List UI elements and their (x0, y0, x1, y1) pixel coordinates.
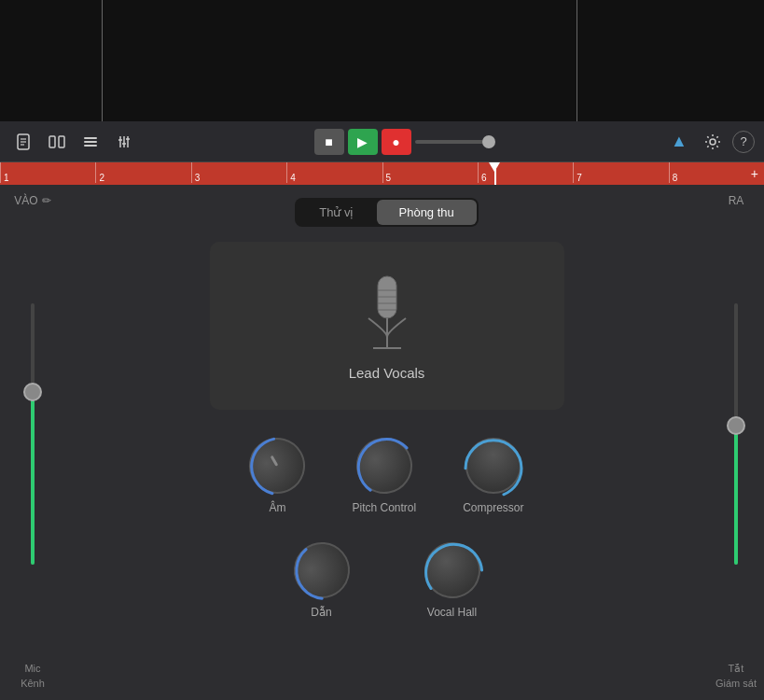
timeline-ruler[interactable]: 1 2 3 4 5 6 7 8 + (0, 162, 764, 185)
right-toolbar: ▲ ? (665, 129, 755, 155)
ruler-mark-4: 4 (286, 162, 382, 183)
tab-thu-vi[interactable]: Thử vị (297, 200, 376, 225)
loop-button[interactable] (43, 129, 71, 155)
ruler-mark-8: 8 (669, 162, 764, 183)
volume-slider[interactable] (415, 140, 490, 144)
giamsat-label: Giám sát (715, 677, 757, 691)
svg-rect-7 (84, 141, 97, 143)
ruler-plus-button[interactable]: + (751, 166, 758, 181)
record-button[interactable]: ● (382, 129, 411, 155)
new-file-button[interactable] (9, 129, 37, 155)
ruler-mark-2: 2 (95, 162, 190, 183)
knob-vocalhall[interactable] (420, 538, 485, 603)
tracks-list-button[interactable] (76, 129, 104, 155)
right-panel: RA Tắt Giám sát (708, 185, 764, 700)
knob-am-arc (234, 421, 326, 512)
help-button[interactable]: ? (732, 131, 755, 153)
record-icon: ● (392, 134, 399, 149)
play-icon: ▶ (357, 134, 368, 149)
svg-point-27 (414, 534, 492, 611)
knob-am-container: Âm (249, 438, 305, 514)
svg-point-24 (347, 428, 424, 506)
tab-phong-thu[interactable]: Phòng thu (377, 200, 477, 225)
ruler-mark-3: 3 (191, 162, 286, 183)
right-panel-bottom-label: Tắt Giám sát (715, 662, 757, 691)
knob-pitch-arc (347, 428, 424, 506)
ruler-marks: 1 2 3 4 5 6 7 8 (0, 162, 764, 185)
knob-dan[interactable] (282, 531, 361, 610)
right-fader-green (734, 421, 738, 565)
svg-rect-6 (84, 137, 97, 139)
input-label: VÀO ✏ (14, 194, 50, 207)
mic-label: Mic (21, 662, 45, 676)
svg-point-26 (294, 540, 354, 601)
microphone-icon (354, 272, 420, 365)
svg-point-15 (710, 139, 715, 145)
knob-compressor-container: Compressor (463, 438, 523, 514)
vert-line-left (102, 0, 103, 121)
stop-icon: ■ (325, 134, 332, 149)
left-fader-container (31, 213, 35, 654)
svg-rect-5 (59, 136, 64, 147)
vert-line-right (576, 0, 577, 121)
stop-button[interactable]: ■ (314, 129, 344, 155)
knob-vocalhall-container: Vocal Hall (424, 542, 480, 619)
ruler-mark-5: 5 (382, 162, 478, 183)
output-label: RA (729, 194, 744, 207)
ruler-mark-1: 1 (0, 162, 95, 183)
left-fader-green (31, 386, 35, 564)
toolbar: ■ ▶ ● ▲ ? (0, 121, 764, 162)
alert-button[interactable]: ▲ (665, 129, 693, 155)
settings-button[interactable] (699, 129, 727, 155)
knob-pitch-container: Pitch Control (352, 438, 416, 514)
knob-dan-container: Dẫn (294, 542, 350, 619)
left-fader-track[interactable] (31, 303, 35, 565)
right-fader-knob[interactable] (727, 416, 745, 435)
tat-label: Tắt (715, 662, 757, 676)
top-black-bar (0, 0, 764, 121)
knob-pitch[interactable] (352, 433, 417, 498)
knob-compressor[interactable] (453, 427, 533, 506)
svg-rect-4 (49, 136, 55, 147)
mic-pencil-icon: ✏ (42, 194, 51, 207)
output-label-text: RA (729, 194, 744, 207)
knobs-row-1: Âm Pitch Control Compressor (249, 438, 523, 514)
knob-vocalhall-arc (414, 534, 492, 611)
svg-point-23 (245, 432, 313, 500)
left-panel: VÀO ✏ Mic Kênh (0, 185, 65, 700)
knob-dan-arc (277, 524, 371, 618)
instrument-box: Lead Vocals (210, 242, 564, 410)
right-fader-track[interactable] (734, 303, 738, 565)
kenh-label: Kênh (21, 677, 45, 691)
knob-am[interactable] (239, 427, 315, 504)
ruler-mark-7: 7 (573, 162, 668, 183)
transport-group: ■ ▶ ● (144, 129, 660, 155)
play-button[interactable]: ▶ (348, 129, 378, 155)
main-content: VÀO ✏ Mic Kênh Thử vị Phòng thu (0, 185, 764, 700)
right-fader-container (734, 213, 738, 654)
center-panel: Thử vị Phòng thu Lead Voc (65, 185, 708, 700)
svg-point-25 (465, 441, 521, 497)
svg-rect-8 (84, 145, 97, 147)
mode-tabs: Thử vị Phòng thu (295, 198, 479, 227)
knob-compressor-arc (446, 421, 541, 516)
input-label-text: VÀO (14, 194, 37, 207)
knobs-row-2: Dẫn Vocal Hall (294, 542, 480, 619)
left-panel-bottom-label: Mic Kênh (21, 662, 45, 691)
playhead[interactable] (494, 162, 496, 185)
left-fader-knob[interactable] (23, 383, 42, 401)
mixer-button[interactable] (110, 129, 138, 155)
instrument-name: Lead Vocals (349, 365, 425, 381)
